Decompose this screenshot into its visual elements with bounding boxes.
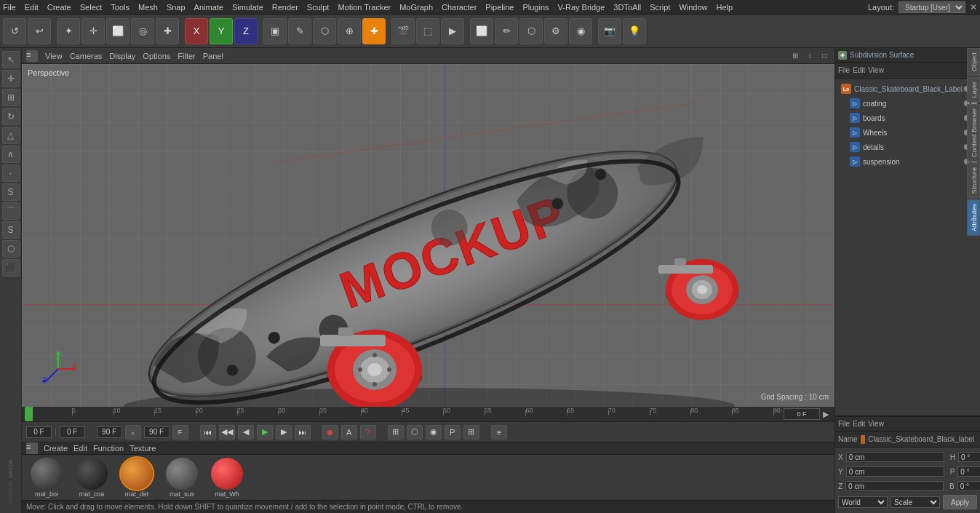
lp-point[interactable]: · [2,164,20,182]
mat-ball-1[interactable]: mat_coa [71,458,112,498]
particles-button[interactable]: ⚙ [544,18,567,44]
lp-spline[interactable]: ⌒ [2,202,20,220]
obj-menu-edit[interactable]: Edit [853,66,865,74]
add-button[interactable]: ✚ [362,18,386,44]
set-keyframe-button[interactable]: ⬦ [125,425,141,440]
side-tab-layer[interactable]: Layer [967,77,980,103]
menu-plugins[interactable]: Plugins [522,3,549,12]
viewport-menu-display[interactable]: Display [109,52,135,60]
joints-button[interactable]: ◉ [569,18,592,44]
grid-button[interactable]: ⊞ [463,425,479,440]
onion-button[interactable]: ◉ [426,425,442,440]
attr-menu-edit[interactable]: Edit [853,420,865,428]
attr-menu-view[interactable]: View [868,420,884,428]
obj-menu-view[interactable]: View [868,66,884,74]
x-pos-input[interactable] [846,452,944,462]
render-play-button[interactable]: ▶ [441,18,464,44]
pen-button[interactable]: ✏ [495,18,518,44]
menu-script[interactable]: Script [650,3,670,12]
timeline-tick-container[interactable]: 5 10 15 20 25 30 35 40 45 50 5 [31,407,781,421]
menu-help[interactable]: Help [717,3,733,12]
menu-render[interactable]: Render [272,3,298,12]
menu-mesh[interactable]: Mesh [138,3,158,12]
viewport-menu-filter[interactable]: Filter [178,52,195,60]
viewport-menu-view[interactable]: View [45,52,63,60]
lp-scale[interactable]: ⊞ [2,89,20,106]
obj-tree[interactable]: Lo Classic_Skateboard_Black_Label ▷ coat… [835,79,980,415]
mat-ball-0[interactable]: mat_boi [26,458,67,498]
menu-pipeline[interactable]: Pipeline [485,3,514,12]
spline-button[interactable]: ✎ [288,18,311,44]
auto-key-button[interactable]: A [341,425,357,440]
cube-button[interactable]: ⬜ [470,18,493,44]
mat-menu-texture[interactable]: Texture [130,444,156,453]
go-to-start-button[interactable]: ⏮ [200,425,216,440]
play-reverse-button[interactable]: ◀◀ [219,425,235,440]
menu-sculpt[interactable]: Sculpt [307,3,330,12]
render-button[interactable]: ⬚ [416,18,439,44]
redo-button[interactable]: ↩ [28,18,51,44]
playhead[interactable] [31,407,33,421]
next-frame-button[interactable]: ▶ [276,425,292,440]
side-tab-structure[interactable]: Structure [967,163,980,199]
timeline-start-marker[interactable] [25,407,31,421]
prev-frame-button[interactable]: ◀ [238,425,254,440]
nurbs-button[interactable]: ⬡ [519,18,543,44]
fps-input[interactable] [144,426,170,438]
undo-button[interactable]: ↺ [3,18,26,44]
y-pos-input[interactable] [846,466,944,477]
current-frame-input[interactable] [26,426,52,438]
menu-motion-tracker[interactable]: Motion Tracker [338,3,391,12]
p-rot-input[interactable] [957,466,980,477]
mat-menu-icon[interactable]: ≡ [26,442,38,454]
lp-rotate[interactable]: ↻ [2,108,20,125]
apply-button[interactable]: Apply [943,495,977,509]
z-axis-button[interactable]: Z [234,18,258,44]
mat-menu-function[interactable]: Function [93,444,124,453]
lp-edge[interactable]: ∧ [2,146,20,163]
viewport-menu-options[interactable]: Options [143,52,170,60]
light-button[interactable]: 💡 [623,18,646,44]
b-rot-input[interactable] [957,481,980,491]
viewport-icon-2[interactable]: ↕ [804,50,816,62]
move-tool-button[interactable]: ✛ [81,18,105,44]
fps-btn[interactable]: F [172,425,188,440]
timeline-expand[interactable]: ▶ [820,408,832,420]
close-button[interactable]: ✕ [970,2,977,12]
lp-move[interactable]: ✛ [2,70,20,87]
obj-row-details[interactable]: ▷ details [835,140,980,154]
viewport-canvas[interactable]: Perspective MOCKUP [22,64,834,407]
viewport-menu-icon[interactable]: ≡ [26,50,38,62]
menu-vray[interactable]: V-Ray Bridge [558,3,605,12]
lp-texture[interactable]: ⬛ [2,259,20,277]
obj-row-boards[interactable]: ▷ boards [835,111,980,125]
viewport-menu-cameras[interactable]: Cameras [70,52,103,60]
viewport-icon-1[interactable]: ⊞ [789,50,801,62]
obj-row-wheels[interactable]: ▷ Wheels [835,125,980,140]
obj-menu-file[interactable]: File [838,66,850,74]
current-frame-input-2[interactable] [60,426,85,438]
menu-select[interactable]: Select [80,3,103,12]
lp-brush[interactable]: S [2,183,20,201]
generator-button[interactable]: ⊕ [338,18,361,44]
rotate-tool-button[interactable]: ◎ [131,18,154,44]
lp-3d-paint[interactable]: ⬡ [2,240,20,258]
timeline-btn[interactable]: ≡ [491,425,507,440]
menu-snap[interactable]: Snap [167,3,186,12]
menu-mograph[interactable]: MoGraph [399,3,433,12]
scale-tool-button[interactable]: ✚ [156,18,179,44]
play-button[interactable]: ▶ [257,425,273,440]
side-tab-object[interactable]: Object [967,48,980,76]
scale-mode-select[interactable]: Scale [891,496,940,508]
attr-menu-file[interactable]: File [838,420,850,428]
menu-animate[interactable]: Animate [194,3,223,12]
viewport-menu-panel[interactable]: Panel [203,52,223,60]
mat-ball-4[interactable]: mat_Wh [207,458,247,498]
y-axis-button[interactable]: Y [210,18,233,44]
key-all-button[interactable]: ? [360,425,376,440]
mat-ball-2[interactable]: mat_det [116,458,157,498]
render-region-button[interactable]: 🎬 [391,18,415,44]
menu-character[interactable]: Character [442,3,477,12]
menu-3dtoall[interactable]: 3DToAll [613,3,641,12]
h-rot-input[interactable] [958,452,980,462]
